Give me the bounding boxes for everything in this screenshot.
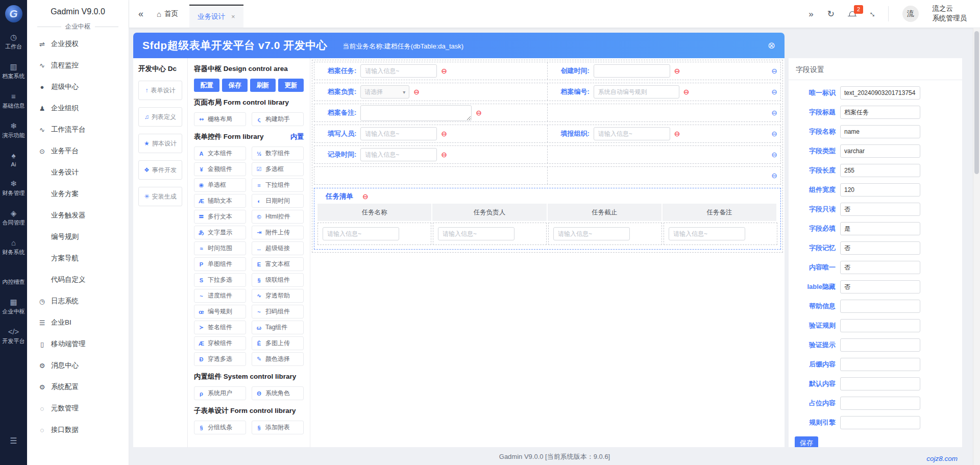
delete-field-icon[interactable]: ⊖ [476, 109, 482, 116]
form-component[interactable]: ◉ 单选框 [194, 178, 246, 192]
form-component[interactable]: S 下拉多选 [194, 273, 246, 287]
field-input[interactable] [360, 127, 437, 140]
subtable-input[interactable] [553, 227, 630, 240]
layout-component[interactable]: ↭ 栅格布局 [194, 112, 246, 126]
sidebar-menu-item[interactable]: 业务方案 ▾ [32, 183, 124, 205]
field-select[interactable]: 请选择 ▾ [360, 85, 409, 99]
remove-row-icon[interactable]: ⊖ [771, 130, 777, 137]
delete-field-icon[interactable]: ⊖ [441, 67, 447, 75]
collapse-sidebar-icon[interactable]: « [138, 9, 143, 19]
dev-center-button[interactable]: ✳ 安装生成 [138, 187, 182, 206]
settings-input[interactable] [840, 261, 920, 274]
icon-sidebar-item[interactable]: ❄ 财务管理 [3, 179, 25, 197]
notification-bell-icon[interactable]: 2 [848, 10, 856, 18]
delete-field-icon[interactable]: ⊖ [674, 67, 680, 75]
close-designer-icon[interactable]: ⊗ [768, 40, 775, 51]
form-component[interactable]: ⇥ 附件上传 [252, 226, 304, 239]
form-component[interactable]: © Html控件 [252, 210, 304, 224]
form-component[interactable]: ½ 数字组件 [252, 146, 304, 160]
form-component[interactable]: ≡ 下拉组件 [252, 178, 304, 192]
field-input[interactable] [594, 85, 679, 99]
sidebar-menu-item[interactable]: ⚙ 消息中心 ▾ [32, 355, 124, 376]
form-component[interactable]: Æ 辅助文本 [194, 194, 246, 208]
form-component[interactable]: ↔ 超级链接 [252, 241, 304, 255]
remove-row-icon[interactable]: ⊖ [771, 88, 777, 95]
library-action-button[interactable]: 更新 [278, 79, 304, 92]
form-component[interactable]: ~ 扫码组件 [252, 305, 304, 319]
form-component[interactable]: § 级联组件 [252, 273, 304, 287]
form-component[interactable]: E 富文本框 [252, 257, 304, 271]
tab-active[interactable]: 业务设计 × [189, 5, 243, 28]
delete-field-icon[interactable]: ⊖ [413, 88, 420, 95]
settings-input[interactable] [840, 183, 920, 197]
fullscreen-icon[interactable]: ↕ [867, 9, 876, 18]
settings-input[interactable] [840, 86, 920, 100]
scrollbar[interactable] [973, 28, 980, 465]
field-textarea[interactable] [360, 105, 472, 121]
app-logo[interactable]: G [5, 5, 22, 22]
settings-input[interactable] [840, 300, 920, 313]
delete-subtable-icon[interactable]: ⊖ [362, 193, 369, 200]
dev-center-button[interactable]: ❖ 事件开发 [138, 160, 182, 180]
subtable-input[interactable] [669, 227, 745, 240]
builtin-link[interactable]: 内置 [290, 132, 304, 141]
form-component[interactable]: あ 文字显示 [194, 226, 246, 239]
form-component[interactable]: ¥ 金额组件 [194, 162, 246, 176]
icon-sidebar-item[interactable]: ◈ 合同管理 [3, 209, 25, 227]
sidebar-menu-item[interactable]: ♟ 企业组织 ▾ [32, 97, 124, 119]
sidebar-menu-item[interactable]: ◌ 元数管理 ▾ [32, 398, 124, 419]
dev-center-button[interactable]: ♫ 列表定义 [138, 107, 182, 127]
field-input[interactable] [594, 64, 670, 78]
remove-row-icon[interactable]: ⊖ [771, 109, 777, 116]
close-tab-icon[interactable]: × [231, 13, 235, 20]
sidebar-menu-item[interactable]: ⊙ 业务平台 ▾ [32, 140, 124, 162]
refresh-icon[interactable]: ↻ [827, 10, 835, 18]
form-component[interactable]: Ð 穿透多选 [194, 352, 246, 366]
sidebar-menu-item[interactable]: 编号规则 ▾ [32, 226, 124, 248]
save-button[interactable]: 保存 [795, 436, 818, 447]
form-component[interactable]: ✎ 颜色选择 [252, 352, 304, 366]
settings-input[interactable] [840, 397, 920, 410]
subtable-input[interactable] [323, 227, 399, 240]
library-action-button[interactable]: 配置 [194, 79, 219, 92]
system-component[interactable]: Θ 系统角色 [252, 386, 304, 400]
icon-sidebar-item[interactable]: ❄ 演示功能 [3, 121, 25, 139]
form-component[interactable]: P 单图组件 [194, 257, 246, 271]
sidebar-menu-item[interactable]: ⚙ 系统配置 ▾ [32, 376, 124, 398]
field-input[interactable] [360, 148, 437, 161]
icon-sidebar-item[interactable]: ▦ 企业中枢 [3, 298, 25, 315]
library-action-button[interactable]: 刷新 [250, 79, 276, 92]
subform-component[interactable]: § 添加附表 [252, 421, 304, 434]
form-component[interactable]: A 文本组件 [194, 146, 246, 160]
layout-component[interactable]: ς 构建助手 [252, 112, 304, 126]
form-component[interactable]: Ê 多图上传 [252, 336, 304, 350]
sidebar-menu-item[interactable]: ⇌ 企业授权 ▾ [32, 33, 124, 55]
settings-input[interactable] [840, 222, 920, 235]
subform-component[interactable]: § 分组线条 [194, 421, 246, 434]
form-component[interactable]: ω Tag组件 [252, 321, 304, 334]
remove-row-icon[interactable]: ⊖ [771, 67, 777, 75]
settings-input[interactable] [840, 319, 920, 332]
delete-field-icon[interactable]: ⊖ [441, 130, 447, 137]
settings-input[interactable] [840, 416, 920, 429]
expand-tabs-icon[interactable]: » [808, 10, 813, 18]
sidebar-menu-item[interactable]: ● 超级中心 ▾ [32, 76, 124, 97]
form-component[interactable]: ∿ 穿透帮助 [252, 289, 304, 303]
remove-row-icon[interactable]: ⊖ [771, 172, 777, 179]
icon-sidebar-item[interactable]: ▥ 档案系统 [3, 62, 25, 80]
tab-home[interactable]: ⌂ 首页 [157, 9, 178, 18]
icon-sidebar-item[interactable]: </> 开发平台 [3, 327, 25, 345]
sidebar-menu-item[interactable]: 业务设计 ▾ [32, 162, 124, 183]
sidebar-menu-item[interactable]: ◷ 日志系统 ▾ [32, 290, 124, 312]
sidebar-menu-item[interactable]: 代码自定义 ▾ [32, 269, 124, 290]
dev-center-button[interactable]: ↑ 表单设计 [138, 81, 182, 100]
sidebar-menu-item[interactable]: ☰ 企业BI ▾ [32, 312, 124, 333]
icon-sidebar-item[interactable]: ◷ 工作台 [3, 33, 25, 51]
form-component[interactable]: ≻ 签名组件 [194, 321, 246, 334]
settings-input[interactable] [840, 125, 920, 138]
settings-input[interactable] [840, 358, 920, 371]
sidebar-menu-item[interactable]: ∿ 工作流平台 ▾ [32, 119, 124, 140]
system-component[interactable]: ρ 系统用户 [194, 386, 246, 400]
icon-sidebar-item[interactable]: ⌂ 财务系统 [3, 238, 25, 256]
scrollbar-thumb[interactable] [974, 31, 979, 174]
